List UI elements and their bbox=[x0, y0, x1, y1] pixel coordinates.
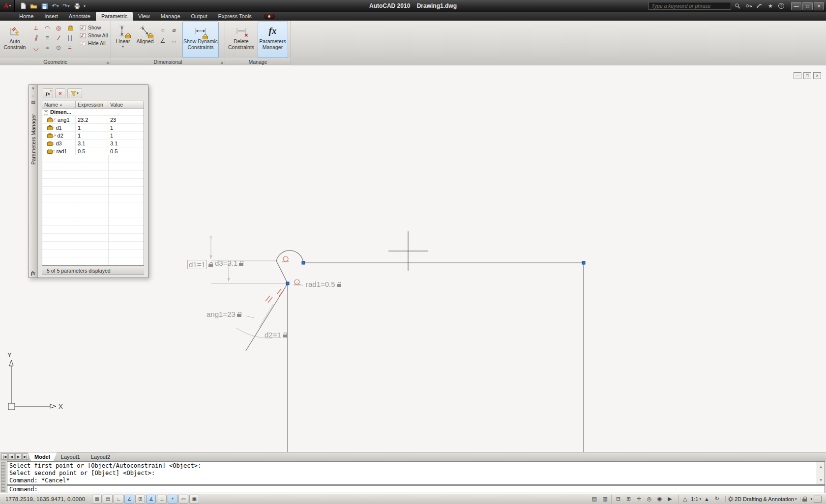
layout-space-icon[interactable]: ▥ bbox=[600, 495, 610, 504]
parameter-row[interactable]: ○rad1 0.5 0.5 bbox=[42, 147, 144, 155]
pan-icon[interactable]: ✛ bbox=[634, 495, 644, 504]
prev-tab-button[interactable]: ◀ bbox=[8, 453, 15, 460]
grid-toggle[interactable]: ▤ bbox=[103, 495, 113, 504]
constraint-label-d2[interactable]: d2=1 bbox=[265, 331, 287, 339]
parameter-row[interactable]: ↗d2 1 1 bbox=[42, 132, 144, 140]
clean-screen-button[interactable] bbox=[814, 496, 822, 503]
new-parameter-button[interactable]: fx✱ bbox=[43, 88, 53, 98]
palette-close-icon[interactable]: × bbox=[32, 86, 34, 91]
auto-constrain-button[interactable]: Auto Constrain bbox=[1, 22, 29, 58]
palette-autohide-icon[interactable]: ↔ bbox=[31, 93, 35, 98]
tab-model[interactable]: Model bbox=[28, 452, 57, 461]
redo-button[interactable]: ↷▾ bbox=[62, 2, 70, 10]
command-history[interactable]: Select first point or [Object/Autoconstr… bbox=[7, 461, 825, 485]
tab-layout2[interactable]: Layout2 bbox=[84, 452, 117, 461]
search-icon[interactable] bbox=[734, 2, 742, 10]
parameter-row[interactable]: ↕d1 1 1 bbox=[42, 124, 144, 132]
steering-wheel-icon[interactable]: ◉ bbox=[655, 495, 664, 504]
maximize-button[interactable]: □ bbox=[802, 2, 813, 10]
delete-constraints-button[interactable]: × Delete Constraints bbox=[228, 22, 255, 58]
collapse-icon[interactable]: − bbox=[44, 110, 48, 114]
open-file-button[interactable] bbox=[30, 2, 38, 10]
show-dynamic-constraints-button[interactable]: Show Dynamic Constraints bbox=[182, 22, 219, 58]
convert-constraint-icon[interactable]: ↔ bbox=[169, 35, 179, 46]
ribbon-minimize-button[interactable] bbox=[264, 14, 275, 19]
grip[interactable] bbox=[286, 282, 289, 285]
vertical-constraint-icon[interactable]: ∣∣ bbox=[64, 33, 75, 42]
next-tab-button[interactable]: ▶ bbox=[15, 453, 22, 460]
toolbar-lock[interactable] bbox=[800, 497, 809, 502]
group-row-dimensional[interactable]: − Dimen... bbox=[42, 109, 144, 116]
filter-button[interactable]: ▾ bbox=[67, 88, 82, 98]
drawing-canvas[interactable]: Y X d1=1 d3=3.1 rad1=0.5 ang1=23 d2=1 — … bbox=[0, 65, 826, 452]
status-menu-arrow-icon[interactable]: ▾ bbox=[810, 497, 812, 501]
polar-toggle[interactable]: ∠ bbox=[124, 495, 134, 504]
model-space-icon[interactable]: ▤ bbox=[590, 495, 599, 504]
tangent-constraint-icon[interactable]: ◠ bbox=[42, 23, 53, 32]
symmetric-constraint-icon[interactable]: ≈ bbox=[42, 43, 53, 52]
radius-constraint-icon[interactable]: ○ bbox=[157, 25, 168, 35]
annotation-autoscale-icon[interactable]: ↻ bbox=[712, 495, 722, 504]
workspace-switcher[interactable]: 2D Drafting & Annotation ▾ bbox=[725, 496, 799, 502]
dialog-launcher-icon[interactable]: » bbox=[220, 60, 223, 65]
parameter-row[interactable]: ∠ang1 23.2 23 bbox=[42, 116, 144, 124]
zoom-icon[interactable]: ◎ bbox=[645, 495, 654, 504]
tab-annotate[interactable]: Annotate bbox=[63, 12, 96, 21]
grip[interactable] bbox=[582, 261, 585, 264]
annotation-scale-value[interactable]: 1:1 bbox=[691, 496, 698, 502]
chevron-down-icon[interactable]: ▾ bbox=[699, 497, 701, 501]
constraint-label-ang1[interactable]: ang1=23 bbox=[206, 310, 241, 318]
constraint-label-d3[interactable]: d3=3.1 bbox=[215, 259, 243, 267]
minimize-button[interactable]: — bbox=[791, 2, 801, 10]
tangent-constraint-markers[interactable] bbox=[282, 256, 300, 285]
close-button[interactable]: × bbox=[814, 2, 824, 10]
constraint-label-rad1[interactable]: rad1=0.5 bbox=[306, 280, 341, 288]
delete-parameter-button[interactable]: × bbox=[55, 88, 65, 98]
coordinates-readout[interactable]: 1778.2519, 1635.9471, 0.0000 bbox=[5, 496, 85, 502]
quick-view-drawings-icon[interactable]: ⊞ bbox=[624, 495, 633, 504]
parameters-manager-button[interactable]: fx Parameters Manager bbox=[258, 22, 288, 58]
ducs-toggle[interactable]: ⊥ bbox=[157, 495, 167, 504]
tab-manage[interactable]: Manage bbox=[155, 12, 186, 21]
profile-geometry[interactable] bbox=[246, 251, 584, 452]
lwt-toggle[interactable]: ▭ bbox=[178, 495, 188, 504]
search-input[interactable] bbox=[649, 3, 731, 9]
drawing-close-button[interactable]: × bbox=[813, 72, 821, 79]
help-search-box[interactable] bbox=[649, 2, 731, 10]
palette-title-strip[interactable]: × ↔ ▤ Parameters Manager fx bbox=[29, 85, 38, 278]
command-scrollbar[interactable]: ▲ ▼ bbox=[817, 462, 825, 484]
drawing-minimize-button[interactable]: — bbox=[794, 72, 801, 79]
ortho-toggle[interactable]: ∟ bbox=[114, 495, 123, 504]
aligned-constraint-button[interactable]: Aligned bbox=[134, 22, 156, 58]
plot-button[interactable] bbox=[73, 2, 81, 10]
column-header-name[interactable]: Name▲ bbox=[42, 101, 76, 108]
qp-toggle[interactable]: ▣ bbox=[189, 495, 199, 504]
tab-express-tools[interactable]: Express Tools bbox=[213, 12, 257, 21]
column-header-value[interactable]: Value bbox=[108, 101, 144, 108]
tab-insert[interactable]: Insert bbox=[39, 12, 63, 21]
subscription-key-icon[interactable] bbox=[745, 2, 753, 10]
osnap-toggle[interactable]: ⊞ bbox=[135, 495, 145, 504]
show-all-constraints-button[interactable]: Show All bbox=[80, 32, 108, 38]
linear-constraint-button[interactable]: Linear ▾ bbox=[112, 22, 134, 58]
manage-panel-label[interactable]: Manage bbox=[225, 58, 291, 65]
equal-constraint-icon[interactable]: = bbox=[64, 43, 75, 52]
hide-all-constraints-button[interactable]: Hide All bbox=[80, 40, 108, 46]
save-button[interactable] bbox=[40, 2, 49, 10]
grip[interactable] bbox=[302, 261, 305, 264]
command-prompt[interactable]: Command: bbox=[7, 485, 825, 493]
tab-parametric[interactable]: Parametric bbox=[96, 12, 133, 21]
angular-constraint-icon[interactable]: ∠ bbox=[157, 35, 168, 46]
quick-view-layouts-icon[interactable]: ⊟ bbox=[614, 495, 623, 504]
tab-output[interactable]: Output bbox=[186, 12, 213, 21]
horizontal-constraint-icon[interactable]: ≡ bbox=[42, 33, 53, 42]
parallel-constraint-icon[interactable]: ∥ bbox=[30, 33, 41, 42]
smooth-constraint-icon[interactable]: ◡ bbox=[30, 43, 41, 52]
scroll-down-icon[interactable]: ▼ bbox=[820, 475, 822, 484]
last-tab-button[interactable]: ▶| bbox=[22, 453, 29, 460]
communication-center-icon[interactable] bbox=[756, 2, 764, 10]
geometric-panel-label[interactable]: Geometric » bbox=[0, 58, 111, 65]
column-header-expression[interactable]: Expression bbox=[76, 101, 108, 108]
concentric-constraint-icon[interactable]: ◎ bbox=[53, 23, 64, 32]
snap-toggle[interactable]: ▦ bbox=[92, 495, 102, 504]
